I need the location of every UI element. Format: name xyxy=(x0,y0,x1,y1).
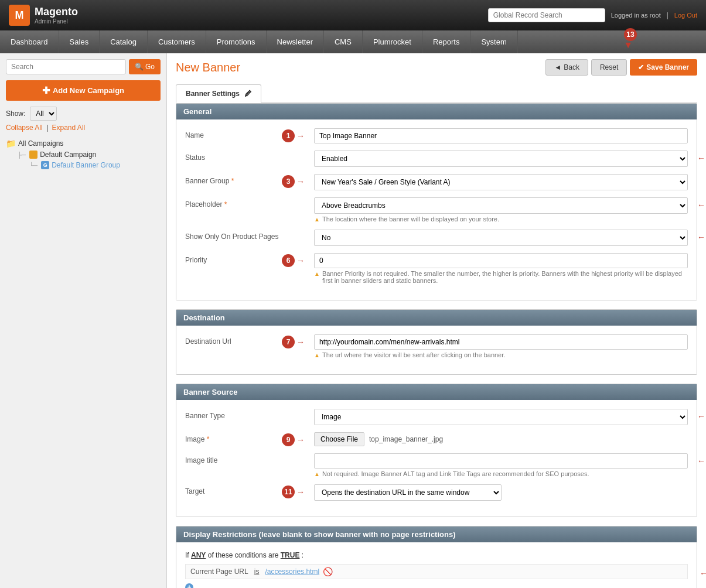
hint-icon-priority: ▲ xyxy=(314,271,320,277)
app-header: M Magento Admin Panel Logged in as root … xyxy=(0,0,706,30)
general-section-header: General xyxy=(176,104,697,119)
reset-button[interactable]: Reset xyxy=(591,59,627,76)
remove-condition-button[interactable]: 🚫 xyxy=(323,567,333,576)
add-condition-icon: + xyxy=(185,583,193,588)
name-control: 1 → xyxy=(314,128,688,143)
page-title: New Banner xyxy=(176,61,240,74)
image-title-input[interactable] xyxy=(314,453,688,469)
tree-connector: ├─ xyxy=(18,152,26,158)
step-7-arrow: → xyxy=(296,337,305,347)
show-product-label: Show Only On Product Pages xyxy=(185,230,314,241)
banner-type-select[interactable]: Image HTML xyxy=(314,409,688,425)
target-select[interactable]: Opens the destination URL in the same wi… xyxy=(314,484,502,501)
nav-dashboard[interactable]: Dashboard xyxy=(0,30,59,53)
go-icon: 🔍 xyxy=(135,63,144,71)
tree-connector: └─ xyxy=(29,162,37,169)
expand-all-link[interactable]: Expand All xyxy=(52,124,86,132)
show-select[interactable]: All xyxy=(30,107,57,121)
banner-type-control: Image HTML ← 8 xyxy=(314,409,688,425)
header-right: Logged in as root | Log Out xyxy=(488,8,697,22)
banner-source-section: Banner Source Banner Type Image HTML ← 8 xyxy=(176,384,697,517)
name-row: Name 1 → xyxy=(185,128,688,143)
go-label: Go xyxy=(145,63,155,71)
placeholder-row: Placeholder * Above Breadcrumbs ← 4 xyxy=(185,197,688,223)
nav-plumrocket[interactable]: Plumrocket xyxy=(363,30,422,53)
show-product-select[interactable]: No Yes xyxy=(314,230,688,246)
go-button[interactable]: 🔍 Go xyxy=(129,59,161,74)
banner-source-header: Banner Source xyxy=(176,384,697,400)
tree-default-campaign[interactable]: ├─ Default Campaign xyxy=(6,149,161,160)
nav-customers[interactable]: Customers xyxy=(148,30,206,53)
sidebar: 🔍 Go ✚ Add New Campaign Show: All Collap… xyxy=(0,53,167,588)
tabs: Banner Settings 🖉 xyxy=(176,84,697,103)
step-5-arrow: ← xyxy=(697,233,705,242)
nav-system[interactable]: System xyxy=(470,30,517,53)
back-button[interactable]: ◄ Back xyxy=(545,59,588,76)
nav-cms[interactable]: CMS xyxy=(324,30,363,53)
save-banner-button[interactable]: ✔ Save Banner xyxy=(630,59,697,76)
logo-icon: M xyxy=(9,5,30,26)
step2-container: ← 2 xyxy=(695,152,706,165)
true-label: TRUE xyxy=(281,551,300,559)
show-label: Show: xyxy=(6,110,25,118)
group-icon: G xyxy=(41,161,49,169)
collapse-all-link[interactable]: Collapse All xyxy=(6,124,43,132)
placeholder-label: Placeholder * xyxy=(185,197,314,208)
target-control: 11 → Opens the destination URL in the sa… xyxy=(314,484,688,501)
step6-container: 6 → xyxy=(282,254,306,267)
step12-container: ← 12 xyxy=(698,567,706,580)
add-campaign-button[interactable]: ✚ Add New Campaign xyxy=(6,80,161,101)
tree-default-banner-group[interactable]: └─ G Default Banner Group xyxy=(6,160,161,170)
step-3-arrow: → xyxy=(296,177,305,186)
choose-file-button[interactable]: Choose File xyxy=(314,432,364,446)
destination-section: Destination Destination Url 7 → ▲ The ur… xyxy=(176,309,697,375)
image-row: Image * 9 → Choose File top_image_banner… xyxy=(185,432,688,446)
url-hint: ▲ The url where the visitor will be sent… xyxy=(314,351,688,358)
tab-banner-settings[interactable]: Banner Settings 🖉 xyxy=(176,84,261,103)
step9-container: 9 → xyxy=(282,433,306,446)
priority-hint: ▲ Banner Priority is not required. The s… xyxy=(314,270,688,284)
content-header: New Banner ◄ Back Reset ✔ Save Banner xyxy=(176,59,697,76)
file-row: Choose File top_image_banner_.jpg xyxy=(314,432,688,446)
nav-sales[interactable]: Sales xyxy=(59,30,100,53)
priority-input[interactable] xyxy=(314,253,688,268)
name-input[interactable] xyxy=(314,128,688,143)
status-select[interactable]: Enabled Disabled xyxy=(314,151,688,167)
nav-catalog[interactable]: Catalog xyxy=(100,30,148,53)
content-area: New Banner ◄ Back Reset ✔ Save Banner Ba… xyxy=(167,53,706,588)
condition-value[interactable]: /accessories.html xyxy=(265,568,319,576)
placeholder-hint: ▲ The location where the banner will be … xyxy=(314,216,688,223)
condition-operator: is xyxy=(254,568,260,576)
sidebar-search-input[interactable] xyxy=(6,59,126,74)
main-layout: 🔍 Go ✚ Add New Campaign Show: All Collap… xyxy=(0,53,706,588)
file-name: top_image_banner_.jpg xyxy=(369,435,443,443)
nav-reports[interactable]: Reports xyxy=(422,30,471,53)
hint-icon: ▲ xyxy=(314,216,320,223)
logout-link[interactable]: Log Out xyxy=(674,12,697,19)
display-restrictions-body: If ANY of these conditions are TRUE : Cu… xyxy=(176,542,697,588)
tree-all-campaigns[interactable]: 📁 All Campaigns xyxy=(6,138,161,149)
add-condition-row: + xyxy=(185,583,688,588)
target-row: Target 11 → Opens the destination URL in… xyxy=(185,484,688,501)
add-campaign-label: Add New Campaign xyxy=(53,86,124,95)
step-11-arrow: → xyxy=(296,487,305,497)
image-title-row: Image title ← 10 ▲ Not required. Image B… xyxy=(185,453,688,477)
global-search-input[interactable] xyxy=(488,8,605,22)
placeholder-select[interactable]: Above Breadcrumbs xyxy=(314,197,688,214)
status-label: Status xyxy=(185,151,314,162)
tree-label: Default Campaign xyxy=(40,151,96,159)
image-title-hint: ▲ Not required. Image Banner ALT tag and… xyxy=(314,470,688,477)
step-4-arrow: ← xyxy=(697,200,705,210)
tree: 📁 All Campaigns ├─ Default Campaign └─ G… xyxy=(6,138,161,170)
url-input[interactable] xyxy=(314,334,688,350)
any-label: ANY xyxy=(191,551,206,559)
image-title-control: ← 10 ▲ Not required. Image Banner ALT ta… xyxy=(314,453,688,477)
nav-newsletter[interactable]: Newsletter xyxy=(267,30,324,53)
nav-promotions[interactable]: Promotions xyxy=(206,30,267,53)
add-condition-button[interactable]: + xyxy=(185,583,193,588)
step-1-arrow: → xyxy=(296,131,305,141)
step8-container: ← 8 xyxy=(695,410,706,423)
banner-group-select[interactable]: New Year's Sale / Green Style (Variant A… xyxy=(314,174,688,190)
tree-label: Default Banner Group xyxy=(52,161,120,169)
step-9-arrow: → xyxy=(296,435,305,445)
